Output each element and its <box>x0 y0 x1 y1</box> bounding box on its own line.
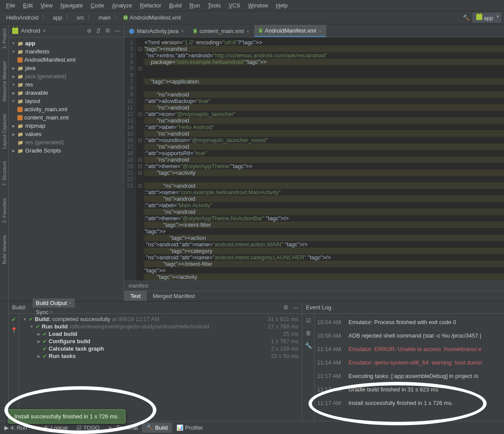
editor-tab[interactable]: MainActivity.java× <box>124 25 189 37</box>
tree-node[interactable]: ▶mipmap <box>9 122 124 130</box>
menu-edit[interactable]: Edit <box>20 1 36 10</box>
tree-node[interactable]: content_main.xml <box>9 113 124 122</box>
menu-tools[interactable]: Tools <box>204 1 224 10</box>
tree-node[interactable]: res (generated) <box>9 138 124 146</box>
editor-mode-tab[interactable]: Merged Manifest <box>147 291 201 301</box>
menu-bar: FileEditViewNavigateCodeAnalyzeRefactorB… <box>0 0 504 11</box>
trash-icon[interactable]: 🗑 <box>305 330 311 336</box>
xml-icon <box>17 107 23 112</box>
event-log-row[interactable]: 11:14 AMEmulator: ERROR: Unable to acces… <box>317 342 501 356</box>
code-content[interactable]: <?xml version="1.0" encoding="utf-8"?"ta… <box>136 37 504 281</box>
hide-icon[interactable]: — <box>115 27 120 34</box>
build-row[interactable]: ▼✔Build: completed successfully at 9/9/1… <box>23 315 298 323</box>
project-view-mode[interactable]: Android <box>21 27 40 34</box>
gear-icon[interactable]: ⚙ <box>283 304 288 311</box>
fold-gutter[interactable]: ⊟⊟⊟⊟⊟⊟⊟⊟ <box>137 39 143 189</box>
project-tree[interactable]: ▼app▼manifestsAndroidManifest.xml▶java▶j… <box>9 37 124 301</box>
hide-icon[interactable]: — <box>293 304 298 311</box>
tool-window-button[interactable]: 1: Project <box>2 27 7 50</box>
tree-node[interactable]: activity_main.xml <box>9 105 124 113</box>
event-log-row[interactable]: 10:58 AMADB rejected shell command (stat… <box>317 329 501 342</box>
build-output-tree[interactable]: ▼✔Build: completed successfully at 9/9/1… <box>19 314 302 421</box>
event-log-row[interactable]: 11:14 AMEmulator: qemu-system-x86_64: wa… <box>317 356 501 369</box>
tree-node[interactable]: ▶drawable <box>9 89 124 97</box>
tree-node[interactable]: ▼layout <box>9 97 124 105</box>
tree-node[interactable]: ▼app <box>9 39 124 47</box>
menu-build[interactable]: Build <box>166 1 185 10</box>
menu-help[interactable]: Help <box>272 1 291 10</box>
menu-view[interactable]: View <box>37 1 56 10</box>
xml-icon <box>17 115 23 120</box>
pin-icon[interactable]: 📍 <box>10 327 17 334</box>
statusbar-button[interactable]: >_ Terminal <box>104 423 142 433</box>
tree-node[interactable]: ▶java (generated) <box>9 72 124 80</box>
xml-icon <box>17 57 23 63</box>
tool-window-button[interactable]: 7: Structure <box>2 159 7 188</box>
build-row[interactable]: ✔Calculate task graph2 s 159 ms <box>23 345 298 352</box>
build-row[interactable]: ▶✔Load build25 ms <box>23 330 298 338</box>
folder-icon <box>17 48 23 55</box>
build-row[interactable]: ▶✔Configure build1 s 767 ms <box>23 338 298 345</box>
tree-node[interactable]: ▶java <box>9 64 124 72</box>
close-icon[interactable]: × <box>69 301 71 305</box>
menu-navigate[interactable]: Navigate <box>57 1 86 10</box>
breadcrumb-item[interactable]: main <box>95 13 112 22</box>
tree-node[interactable]: ▼manifests <box>9 47 124 56</box>
build-tab[interactable]: Build Output × <box>33 298 75 308</box>
build-row[interactable]: ▶✔Run tasks22 s 50 ms <box>23 352 298 360</box>
statusbar-button[interactable]: 📱 6: Logcat <box>31 423 72 433</box>
tool-window-button[interactable]: Resource Manager <box>2 59 7 103</box>
close-icon[interactable]: × <box>318 28 321 33</box>
left-tool-stripe: 1: ProjectResource ManagerLayout Capture… <box>0 24 9 301</box>
wrench-icon[interactable]: 🔧 <box>305 342 312 349</box>
event-log-list[interactable]: 10:54 AMEmulator: Process finished with … <box>315 314 504 421</box>
statusbar-button[interactable]: 🔨 Build <box>142 423 172 433</box>
statusbar-button[interactable]: ☑ TODO <box>72 423 104 433</box>
event-log-row[interactable]: 11:17 AMGradle build finished in 31 s 92… <box>317 383 501 396</box>
tree-node[interactable]: ▶Gradle Scripts <box>9 146 124 155</box>
check-icon[interactable]: ☑ <box>306 317 311 324</box>
breadcrumb-item[interactable]: app <box>49 13 64 22</box>
collapse-all-icon[interactable]: ⇵ <box>96 27 101 34</box>
menu-file[interactable]: File <box>3 1 19 10</box>
dropdown-icon[interactable]: ▾ <box>43 28 45 33</box>
notification-toast[interactable]: Install successfully finished in 1 s 726… <box>8 409 126 424</box>
close-icon[interactable]: × <box>246 29 249 34</box>
editor-mode-tab[interactable]: Text <box>124 291 147 301</box>
event-log-row[interactable]: 11:17 AMExecuting tasks: [:app:assembleD… <box>317 369 501 383</box>
editor-tab-bar: MainActivity.java×xcontent_main.xml×xAnd… <box>124 24 504 37</box>
menu-refactor[interactable]: Refactor <box>136 1 165 10</box>
scroll-to-source-icon[interactable]: ⊕ <box>87 27 92 34</box>
run-config-combo[interactable]: app <box>472 13 501 23</box>
build-icon[interactable]: 🔨 <box>463 14 470 21</box>
editor-breadcrumb[interactable]: manifest <box>124 281 504 291</box>
editor-tab[interactable]: xAndroidManifest.xml× <box>254 25 326 37</box>
tool-window-button[interactable]: Build Variants <box>2 233 7 266</box>
build-panel-title: Build: <box>12 304 27 311</box>
event-log-row[interactable]: 10:54 AMEmulator: Process finished with … <box>317 315 501 329</box>
tool-window-button[interactable]: Layout Captures <box>2 112 7 151</box>
menu-analyze[interactable]: Analyze <box>109 1 136 10</box>
code-editor[interactable]: 1234567891011121314151617181920212223 ⊟⊟… <box>124 37 504 281</box>
menu-code[interactable]: Code <box>87 1 108 10</box>
event-log-row[interactable]: 11:17 AMInstall successfully finished in… <box>317 396 501 410</box>
folder-icon <box>17 65 23 71</box>
build-panel-gutter: ✔ 📍 <box>9 314 19 421</box>
editor-tab[interactable]: xcontent_main.xml× <box>189 25 254 37</box>
menu-vcs[interactable]: VCS <box>225 1 244 10</box>
statusbar-button[interactable]: 📊 Profiler <box>172 423 207 433</box>
breadcrumb-item[interactable]: MAndroidManifest.xml <box>122 13 182 22</box>
tree-node[interactable]: ▶values <box>9 130 124 138</box>
tree-node[interactable]: AndroidManifest.xml <box>9 56 124 64</box>
breadcrumb-item[interactable]: HelloAndroid <box>3 13 40 22</box>
tool-window-button[interactable]: 2: Favorites <box>2 196 7 225</box>
close-icon[interactable]: × <box>181 29 184 34</box>
menu-window[interactable]: Window <box>245 1 272 10</box>
menu-run[interactable]: Run <box>186 1 203 10</box>
gear-icon[interactable]: ⚙ <box>105 27 110 34</box>
folder-icon <box>17 139 23 146</box>
build-row[interactable]: ▼✔Run build /office/development/projects… <box>23 323 298 330</box>
breadcrumb-item[interactable]: src <box>73 13 86 22</box>
tree-node[interactable]: ▼res <box>9 80 124 89</box>
statusbar-button[interactable]: ▶ 4: Run <box>0 423 31 433</box>
